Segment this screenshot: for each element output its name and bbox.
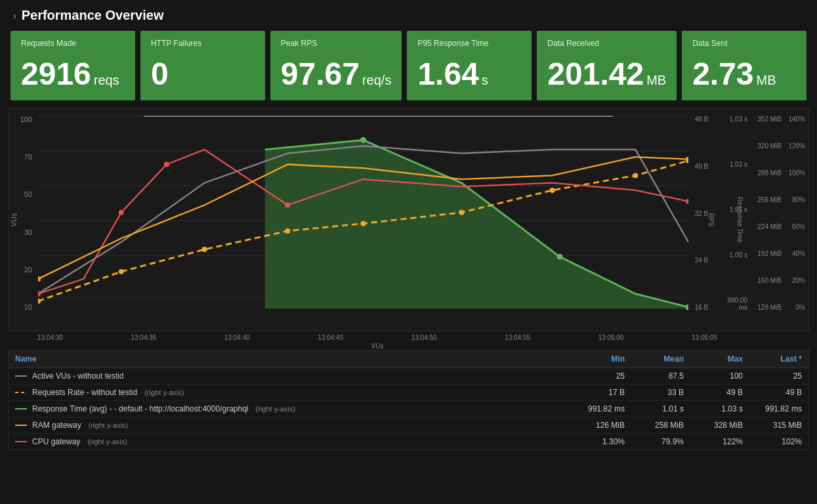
metric-unit: MB <box>646 73 666 88</box>
y-axis-vus-tick: 100 <box>12 116 35 123</box>
x-axis-tick: 13:04:45 <box>318 334 343 341</box>
svg-point-8 <box>360 137 366 143</box>
row-stat-last: 102% <box>743 437 802 446</box>
row-stat-mean: 1.01 s <box>625 404 684 413</box>
table-row: Active VUs - without testid 25 87.5 100 … <box>9 368 808 385</box>
y-axis-mib-tick: 192 MiB <box>754 250 782 257</box>
row-stat-mean: 87.5 <box>625 371 684 381</box>
y-axis-pct: 140%120%100%80%60%40%20%0% <box>785 109 808 331</box>
x-axis-tick: 13:04:35 <box>131 334 156 341</box>
row-subtext: (right y-axis) <box>142 388 184 396</box>
y-axis-pct-tick: 20% <box>788 277 805 284</box>
x-axis: 13:04:3013:04:3513:04:4013:04:4513:04:50… <box>37 331 717 341</box>
y-axis-vus-tick: 20 <box>12 266 35 274</box>
header: › Performance Overview <box>0 0 817 31</box>
row-stat-mean: 258 MiB <box>625 421 684 430</box>
row-stat-max: 328 MiB <box>684 421 743 430</box>
row-stat-max: 49 B <box>684 388 743 397</box>
page-title: Performance Overview <box>22 8 164 23</box>
col-header-mean: Mean <box>625 354 684 364</box>
metric-value: 201.42 <box>547 58 644 90</box>
row-stat-max: 100 <box>684 371 743 381</box>
metric-card-p95-response: P95 Response Time 1.64 s <box>407 31 532 100</box>
metric-label: Peak RPS <box>281 39 392 48</box>
metric-label: Requests Made <box>21 39 125 48</box>
row-indicator <box>15 375 27 377</box>
x-axis-tick: 13:05:05 <box>692 334 717 341</box>
svg-point-13 <box>201 247 207 252</box>
x-axis-tick: 13:04:50 <box>411 334 437 341</box>
metric-label: Data Received <box>547 39 666 48</box>
row-name: CPU gateway (right y-axis) <box>15 437 566 446</box>
metric-value: 2.73 <box>692 58 753 90</box>
y-axis-vus-tick: 30 <box>12 228 35 236</box>
y-axis-pct-tick: 120% <box>788 142 805 150</box>
chart-container: VUs 1007050302010 <box>8 108 809 331</box>
metric-card-http-failures: HTTP Failures 0 <box>140 31 265 100</box>
chevron-icon: › <box>13 10 16 21</box>
col-header-name: Name <box>15 354 566 364</box>
y-axis-vus-tick: 70 <box>12 153 35 161</box>
svg-point-16 <box>459 210 464 215</box>
svg-point-22 <box>164 162 169 167</box>
col-header-min: Min <box>566 354 625 364</box>
svg-point-9 <box>556 254 562 260</box>
y-axis-vus-tick: 10 <box>12 303 35 311</box>
y-axis-mib-tick: 352 MiB <box>754 116 782 123</box>
svg-point-23 <box>285 203 290 208</box>
y-axis-rps-tick: 40 B <box>692 163 711 170</box>
metric-card-requests-made: Requests Made 2916 reqs <box>10 31 135 100</box>
metric-unit: reqs <box>94 73 119 88</box>
y-axis-mib-tick: 288 MiB <box>754 169 782 177</box>
y-axis-rps-tick: 16 B <box>692 304 711 311</box>
y-axis-pct-tick: 80% <box>788 196 805 203</box>
y-axis-rps-tick: 24 B <box>692 257 711 264</box>
y-axis-pct-tick: 0% <box>788 304 805 311</box>
table-row: CPU gateway (right y-axis) 1.30% 79.9% 1… <box>9 434 808 450</box>
y-axis-rps-label: RPS <box>707 213 715 227</box>
metric-card-data-received: Data Received 201.42 MB <box>537 31 677 100</box>
y-axis-pct-tick: 40% <box>788 250 805 257</box>
metric-unit: MB <box>757 73 776 88</box>
y-axis-pct-tick: 140% <box>788 116 805 123</box>
row-stat-mean: 33 B <box>625 388 684 397</box>
y-axis-response-tick: 990.00 ms <box>718 297 747 311</box>
table-header: Name Min Mean Max Last * <box>9 350 808 368</box>
row-stat-max: 1.03 s <box>684 404 743 413</box>
svg-point-17 <box>550 188 555 193</box>
y-axis-pct-tick: 60% <box>788 223 805 230</box>
row-indicator <box>15 441 27 443</box>
svg-point-14 <box>285 228 290 234</box>
row-stat-min: 17 B <box>566 388 625 397</box>
row-text: Active VUs - without testid <box>32 371 123 381</box>
row-stat-last: 315 MiB <box>743 421 802 430</box>
y-axis-vus: VUs 1007050302010 <box>9 109 38 331</box>
row-stat-last: 991.82 ms <box>743 404 802 413</box>
row-text: Response Time (avg) - - default - http:/… <box>32 404 249 413</box>
metric-value: 97.67 <box>281 58 360 90</box>
chart-svg <box>38 109 688 331</box>
y-axis-vus-label: VUs <box>10 213 18 227</box>
row-stat-max: 122% <box>684 437 743 446</box>
chart-area: VUs 1007050302010 <box>0 108 817 350</box>
y-axis-mib-tick: 128 MiB <box>754 304 782 311</box>
table-row: Response Time (avg) - - default - http:/… <box>9 401 808 417</box>
table-body: Active VUs - without testid 25 87.5 100 … <box>9 368 808 450</box>
row-stat-last: 49 B <box>743 388 802 397</box>
row-stat-last: 25 <box>743 371 802 381</box>
x-axis-tick: 13:04:40 <box>224 334 250 341</box>
y-axis-vus-tick: 50 <box>12 190 35 198</box>
y-axis-response: Response Time 1.03 s1.02 s1.01 s1.00 s99… <box>715 109 751 331</box>
row-text: RAM gateway <box>32 421 81 430</box>
row-name: Requests Rate - without testid (right y-… <box>15 388 566 397</box>
y-axis-pct-tick: 100% <box>788 169 805 177</box>
svg-point-12 <box>119 269 124 274</box>
metric-unit: req/s <box>362 73 391 88</box>
x-axis-tick: 13:04:55 <box>505 334 530 341</box>
y-axis-mib-tick: 256 MiB <box>754 196 782 203</box>
col-header-last: Last * <box>743 354 802 364</box>
y-axis-rps: RPS 48 B40 B32 B24 B16 B <box>688 109 715 331</box>
table-row: RAM gateway (right y-axis) 126 MiB 258 M… <box>9 417 808 434</box>
row-text: Requests Rate - without testid <box>32 388 137 397</box>
row-stat-mean: 79.9% <box>625 437 684 446</box>
